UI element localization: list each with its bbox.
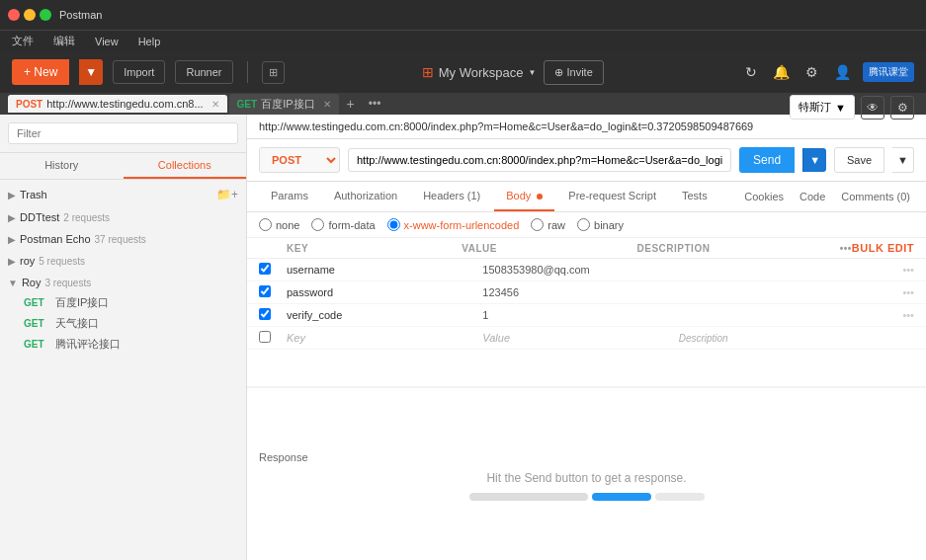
user-button[interactable]: 👤	[830, 60, 855, 84]
kv-desc-header: DESCRIPTION	[637, 243, 812, 254]
radio-binary[interactable]: binary	[577, 218, 624, 231]
sidebar-section-trash-header[interactable]: ▶ Trash 📁+	[0, 184, 246, 205]
sidebar-section-postman-echo-header[interactable]: ▶ Postman Echo 37 requests	[0, 229, 246, 249]
tab-body[interactable]: Body	[494, 182, 554, 211]
list-item[interactable]: GET 天气接口	[0, 313, 246, 334]
row-3-check[interactable]	[259, 308, 287, 322]
send-dropdown-button[interactable]: ▼	[802, 148, 826, 172]
new-dropdown-button[interactable]: ▼	[79, 59, 103, 85]
response-section: Response Hit the Send button to get a re…	[247, 388, 926, 560]
postman-echo-arrow-icon: ▶	[8, 234, 16, 245]
radio-binary-input[interactable]	[577, 218, 590, 231]
row-1-actions[interactable]: •••	[875, 264, 914, 276]
main-layout: History Collections ▶ Trash 📁+ ▶ DDTtest…	[0, 115, 926, 560]
radio-none-input[interactable]	[259, 218, 272, 231]
workspace-button[interactable]: ⊞ My Workspace ▼	[422, 64, 537, 80]
row-1-key: username	[287, 264, 482, 276]
radio-form-data-label: form-data	[328, 219, 375, 231]
roy-lower-count: 5 requests	[39, 256, 85, 267]
radio-raw-input[interactable]	[531, 218, 544, 231]
toolbar-right: ↻ 🔔 ⚙ 👤 腾讯课堂	[741, 60, 914, 84]
method-select[interactable]: POST GET PUT DELETE	[259, 147, 340, 173]
radio-none-label: none	[276, 219, 299, 231]
tab-get-baidu[interactable]: GET 百度IP接口 ✕	[229, 94, 339, 115]
new-button[interactable]: + New	[12, 59, 69, 85]
tab-get-close[interactable]: ✕	[323, 99, 331, 110]
tab-params[interactable]: Params	[259, 182, 320, 211]
send-button[interactable]: Send	[739, 147, 795, 173]
settings-button[interactable]: ⚙	[801, 60, 822, 84]
tab-headers[interactable]: Headers (1)	[411, 182, 492, 211]
save-dropdown-button[interactable]: ▼	[892, 147, 914, 173]
row-4-checkbox[interactable]	[259, 331, 271, 343]
environment-dropdown[interactable]: 特斯汀 ▼	[790, 95, 855, 120]
row-1-check[interactable]	[259, 263, 287, 277]
cookies-link[interactable]: Cookies	[740, 183, 788, 210]
tab-post-method: POST	[16, 99, 42, 110]
radio-form-data-input[interactable]	[311, 218, 324, 231]
invite-button[interactable]: ⊕ Invite	[544, 60, 603, 85]
row-2-check[interactable]	[259, 285, 287, 299]
list-item[interactable]: GET 百度IP接口	[0, 292, 246, 313]
menu-view[interactable]: View	[91, 34, 123, 49]
resp-bar-gray	[469, 493, 588, 501]
menu-edit[interactable]: 编辑	[49, 32, 79, 50]
menu-file[interactable]: 文件	[8, 32, 38, 50]
notification-button[interactable]: 🔔	[769, 60, 794, 84]
comments-link[interactable]: Comments (0)	[837, 183, 914, 210]
tab-post[interactable]: POST http://www.testingedu.com.cn8... ✕	[8, 95, 227, 113]
sidebar-tab-collections[interactable]: Collections	[124, 153, 247, 179]
row-3-key: verify_code	[287, 309, 482, 321]
save-button[interactable]: Save	[834, 147, 884, 173]
radio-raw[interactable]: raw	[531, 218, 565, 231]
new-tab-button[interactable]: +	[341, 93, 361, 115]
radio-urlencoded-input[interactable]	[387, 218, 400, 231]
sidebar-section-ddttest-header[interactable]: ▶ DDTtest 2 requests	[0, 207, 246, 227]
row-3-actions[interactable]: •••	[875, 309, 914, 321]
toolbar-divider	[247, 61, 248, 83]
tab-more-button[interactable]: •••	[363, 94, 387, 114]
radio-form-data[interactable]: form-data	[311, 218, 375, 231]
sidebar-section-roy-lower-header[interactable]: ▶ roy 5 requests	[0, 251, 246, 271]
response-placeholder: Hit the Send button to get a response.	[469, 471, 705, 501]
baidu-method-badge: GET	[24, 297, 51, 308]
gear-button[interactable]: ⚙	[890, 96, 914, 120]
row-4-check[interactable]	[259, 331, 287, 345]
row-4-key: Key	[287, 332, 482, 344]
row-1-checkbox[interactable]	[259, 263, 271, 275]
code-link[interactable]: Code	[796, 183, 829, 210]
sidebar-section-roy-header[interactable]: ▼ Roy 3 requests	[0, 273, 246, 292]
minimize-btn[interactable]	[24, 9, 36, 21]
runner-button[interactable]: Runner	[175, 60, 232, 84]
maximize-btn[interactable]	[40, 9, 51, 21]
eye-button[interactable]: 👁	[861, 96, 884, 120]
import-button[interactable]: Import	[113, 60, 165, 84]
filter-input[interactable]	[8, 122, 238, 144]
url-input[interactable]	[348, 148, 731, 172]
workspace-icon: ⊞	[422, 64, 434, 80]
tab-get-method: GET	[237, 99, 258, 110]
row-2-value: 123456	[482, 286, 678, 298]
row-3-checkbox[interactable]	[259, 308, 271, 320]
sync-button[interactable]: ↻	[741, 60, 761, 84]
tab-pre-request[interactable]: Pre-request Script	[556, 182, 668, 211]
sidebar-section-roy-lower: ▶ roy 5 requests	[0, 251, 246, 271]
ddttest-count: 2 requests	[63, 212, 110, 223]
toolbar-center: ⊞ My Workspace ▼ ⊕ Invite	[295, 60, 731, 85]
app-title: Postman	[59, 9, 102, 21]
trash-arrow-icon: ▶	[8, 190, 16, 200]
tab-tests[interactable]: Tests	[670, 182, 719, 211]
api-btn[interactable]: ⊞	[262, 61, 285, 84]
radio-none[interactable]: none	[259, 218, 299, 231]
menu-help[interactable]: Help	[134, 34, 165, 49]
row-2-actions[interactable]: •••	[875, 286, 914, 298]
bulk-edit-button[interactable]: Bulk Edit	[852, 242, 914, 254]
close-btn[interactable]	[8, 9, 20, 21]
sidebar-tab-history[interactable]: History	[0, 153, 124, 179]
tab-authorization[interactable]: Authorization	[322, 182, 409, 211]
add-collection-icon[interactable]: 📁+	[216, 188, 238, 201]
list-item[interactable]: GET 腾讯评论接口	[0, 334, 246, 355]
radio-urlencoded[interactable]: x-www-form-urlencoded	[387, 218, 520, 231]
row-2-checkbox[interactable]	[259, 285, 271, 297]
tab-post-close[interactable]: ✕	[211, 99, 219, 110]
